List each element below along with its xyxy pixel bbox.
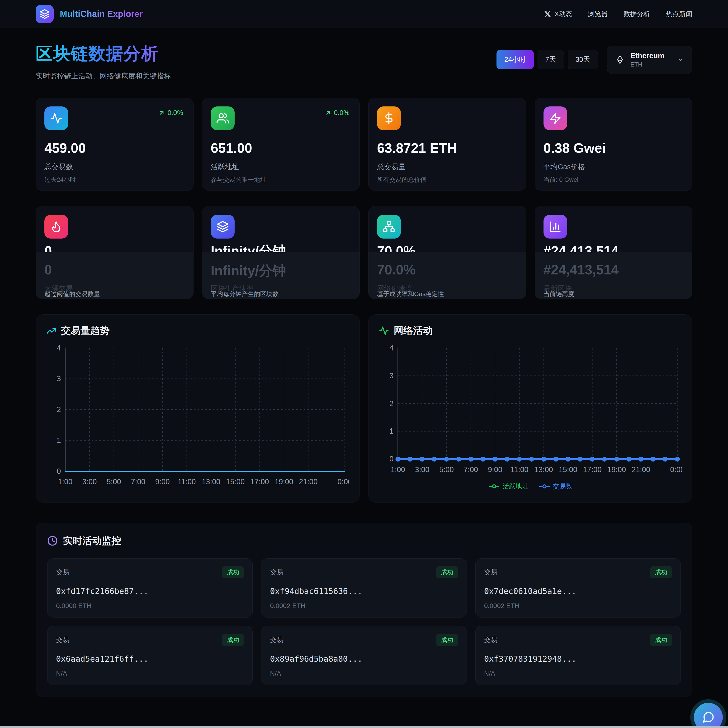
svg-text:13:00: 13:00: [534, 466, 553, 474]
stat-card-total-transactions: 0.0% 459.00 总交易数 过去24小时: [36, 98, 194, 191]
nav-item-label: 数据分析: [624, 9, 650, 18]
svg-text:3: 3: [57, 374, 61, 383]
stat-card-avg-gas: 0.38 Gwei 平均Gas价格 当前: 0 Gwei: [535, 98, 693, 191]
transaction-card[interactable]: 交易 成功 0xfd17fc2166be87... 0.0000 ETH: [47, 558, 252, 618]
stat-value-ghost: #24,413,514: [543, 262, 619, 277]
chart-panel-network-activity: 网络活动 012341:003:005:007:009:0011:0013:00…: [368, 314, 692, 503]
svg-text:5:00: 5:00: [439, 466, 454, 474]
header-controls: 24小时 7天 30天 Ethereum ETH: [497, 46, 692, 74]
transaction-hash: 0x7dec0610ad5a1e...: [484, 586, 672, 596]
zap-icon: [543, 106, 567, 130]
chat-fab-button[interactable]: [694, 703, 723, 728]
chain-symbol: ETH: [630, 61, 664, 68]
transaction-hash: 0xf94dbac6115636...: [270, 586, 458, 596]
svg-text:5:00: 5:00: [107, 478, 121, 486]
stat-card-network-health: 70.0% 70.0% 网络健康度 基于成功率和Gas稳定性: [368, 206, 526, 299]
legend-marker-icon: [539, 484, 550, 489]
charts-section: 交易量趋势 012341:003:005:007:009:0011:0013:0…: [36, 314, 692, 503]
svg-text:9:00: 9:00: [488, 466, 502, 474]
chart-panel-volume-trend: 交易量趋势 012341:003:005:007:009:0011:0013:0…: [36, 314, 360, 503]
stat-value: 0: [44, 242, 52, 252]
stat-value-ghost: 0: [44, 262, 52, 277]
status-badge: 成功: [222, 566, 244, 578]
stat-subtitle: 当前: 0 Gwei: [543, 176, 684, 184]
nav-item-news[interactable]: 热点新闻: [666, 9, 692, 18]
stat-card-latest-block: #24,413,514 #24,413,514 最新区块 当前链高度: [535, 206, 693, 299]
stat-subtitle: 基于成功率和Gas稳定性: [377, 290, 444, 298]
transaction-type: 交易: [484, 635, 497, 644]
nav-item-x-feed[interactable]: X动态: [544, 9, 572, 18]
brand-title: MultiChain Explorer: [60, 9, 143, 19]
stats-row-2: 0 0 大额交易 超过阈值的交易数量 Infinity/分钟 Infinity/…: [36, 206, 692, 299]
nav-item-label: 浏览器: [588, 9, 608, 18]
svg-text:21:00: 21:00: [632, 466, 650, 474]
brand[interactable]: MultiChain Explorer: [36, 5, 143, 23]
stat-card-overlay: 70.0% 网络健康度 基于成功率和Gas稳定性: [369, 252, 526, 299]
transaction-type: 交易: [56, 568, 69, 577]
transaction-hash: 0xfd17fc2166be87...: [56, 586, 244, 596]
arrow-up-right-icon: [325, 110, 332, 116]
transaction-card[interactable]: 交易 成功 0x7dec0610ad5a1e... 0.0002 ETH: [476, 558, 681, 618]
svg-text:0: 0: [57, 467, 61, 475]
legend-item-transactions[interactable]: 交易数: [539, 482, 572, 490]
chain-name: Ethereum: [630, 52, 664, 60]
chat-bubble-icon: [702, 711, 715, 724]
svg-text:13:00: 13:00: [202, 478, 220, 486]
ethereum-icon: [615, 55, 625, 64]
transaction-card[interactable]: 交易 成功 0x6aad5ea121f6ff... N/A: [47, 626, 252, 685]
chart-title: 网络活动: [394, 324, 433, 337]
stat-value: 651.00: [211, 140, 351, 156]
transaction-grid: 交易 成功 0xfd17fc2166be87... 0.0000 ETH 交易 …: [47, 558, 681, 685]
main-content: 区块链数据分析 实时监控链上活动、网络健康度和关键指标 24小时 7天 30天 …: [0, 42, 728, 697]
activity-icon: [44, 106, 68, 130]
chart-legend: 活跃地址 交易数: [379, 482, 682, 490]
legend-item-active-addresses[interactable]: 活跃地址: [488, 482, 528, 490]
stat-card-overlay: 0 大额交易 超过阈值的交易数量: [36, 252, 193, 299]
svg-text:9:00: 9:00: [155, 478, 170, 486]
status-badge: 成功: [436, 566, 458, 578]
volume-trend-chart: 012341:003:005:007:009:0011:0013:0015:00…: [46, 342, 349, 493]
chain-info: Ethereum ETH: [630, 52, 664, 68]
stat-value: 459.00: [44, 140, 185, 156]
dollar-icon: [377, 106, 401, 130]
section-title: 实时活动监控: [63, 534, 121, 547]
nav-item-analytics[interactable]: 数据分析: [624, 9, 650, 18]
svg-text:19:00: 19:00: [607, 466, 626, 474]
stat-value: 70.0%: [377, 242, 416, 252]
transaction-type: 交易: [270, 635, 283, 644]
range-button-24h[interactable]: 24小时: [497, 50, 534, 69]
transaction-hash: 0x89af96d5ba8a80...: [270, 654, 458, 664]
range-button-7d[interactable]: 7天: [538, 50, 564, 69]
transaction-card[interactable]: 交易 成功 0xf3707831912948... N/A: [476, 626, 681, 685]
page-title: 区块链数据分析: [36, 42, 171, 65]
svg-text:1: 1: [57, 436, 61, 444]
activity-monitor-panel: 实时活动监控 交易 成功 0xfd17fc2166be87... 0.0000 …: [36, 523, 692, 697]
transaction-card[interactable]: 交易 成功 0xf94dbac6115636... 0.0002 ETH: [261, 558, 466, 618]
trending-up-icon: [46, 326, 56, 336]
status-badge: 成功: [436, 634, 458, 646]
stat-subtitle: 当前链高度: [543, 290, 574, 298]
svg-text:2: 2: [389, 399, 393, 408]
page-header: 区块链数据分析 实时监控链上活动、网络健康度和关键指标: [36, 42, 171, 81]
nav-menu: X动态 浏览器 数据分析 热点新闻: [544, 9, 692, 18]
layers-logo-icon: [36, 5, 54, 23]
stat-value-ghost: Infinity/分钟: [211, 262, 286, 280]
range-button-30d[interactable]: 30天: [568, 50, 598, 69]
nav-item-label: X动态: [554, 9, 572, 18]
stat-title: 平均Gas价格: [543, 162, 684, 172]
transaction-type: 交易: [56, 635, 69, 644]
horizontal-scrollbar[interactable]: [0, 726, 728, 728]
stat-card-total-volume: 63.8721 ETH 总交易量 所有交易的总价值: [368, 98, 526, 191]
svg-text:17:00: 17:00: [583, 466, 601, 474]
page-subtitle: 实时监控链上活动、网络健康度和关键指标: [36, 71, 171, 81]
transaction-value: N/A: [484, 670, 672, 677]
transaction-type: 交易: [484, 568, 497, 577]
stat-value: #24,413,514: [543, 242, 619, 252]
nav-item-explorer[interactable]: 浏览器: [588, 9, 608, 18]
stat-title: 总交易数: [44, 162, 185, 172]
network-icon: [377, 215, 401, 239]
transaction-card[interactable]: 交易 成功 0x89af96d5ba8a80... N/A: [261, 626, 466, 685]
chain-select[interactable]: Ethereum ETH: [607, 46, 692, 74]
stat-card-overlay: #24,413,514 最新区块 当前链高度: [535, 252, 692, 299]
transaction-value: 0.0002 ETH: [484, 602, 672, 610]
